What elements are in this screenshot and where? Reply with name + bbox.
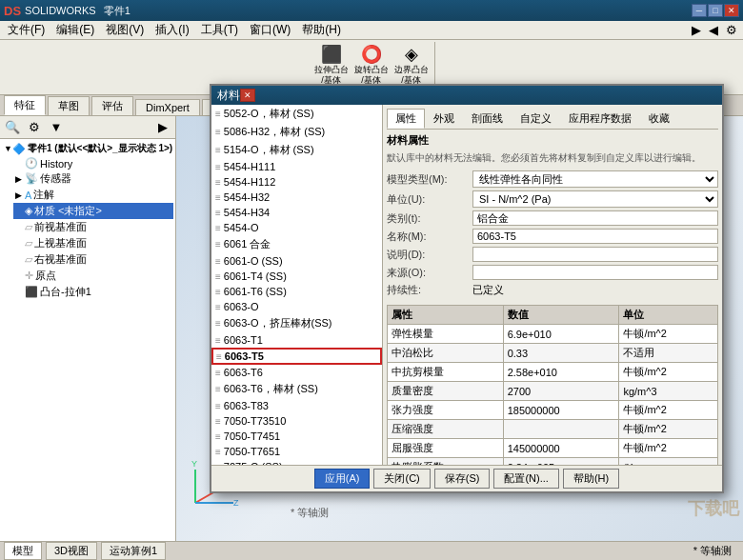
panel-search-btn[interactable]: 🔍 [2, 118, 23, 137]
props-description: 默认库中的材料无法编辑。您必须首先将材料复制到自定义库以进行编辑。 [387, 151, 718, 165]
menu-window[interactable]: 窗口(W) [244, 20, 296, 40]
dialog-tab-favorites[interactable]: 收藏 [640, 109, 678, 129]
tb-pull-boss[interactable]: ⬛ 拉伸凸台/基体 [312, 42, 351, 88]
bottom-tab-model[interactable]: 模型 [4, 542, 42, 560]
mat-icon: ≡ [215, 177, 221, 188]
boundary-boss-icon: ◈ [405, 44, 418, 65]
tree-annotations[interactable]: ▶ A 注解 [13, 187, 173, 203]
panel-arrow-right[interactable]: ▶ [152, 118, 173, 137]
mat-item-6063t5[interactable]: ≡ 6063-T5 [211, 348, 382, 365]
desc-input[interactable] [472, 247, 718, 262]
mat-item-6061alloy[interactable]: ≡ 6061 合金 [211, 235, 382, 253]
mat-item-5052[interactable]: ≡ 5052-O，棒材 (SS) [211, 105, 382, 123]
dialog-tab-hatching[interactable]: 剖面线 [463, 109, 512, 129]
menu-insert[interactable]: 插入(I) [150, 20, 194, 40]
panel-config-btn[interactable]: ⚙ [24, 118, 45, 137]
mat-item-5454h34[interactable]: ≡ 5454-H34 [211, 205, 382, 220]
close-button[interactable]: 关闭(C) [373, 469, 430, 489]
col-unit: 单位 [619, 306, 718, 325]
tree-boss-extrude1[interactable]: ⬛ 凸台-拉伸1 [13, 284, 173, 300]
dialog-tab-appearance[interactable]: 外观 [425, 109, 463, 129]
mat-item-7050t7651[interactable]: ≡ 7050-T7651 [211, 444, 382, 459]
tree-right-plane[interactable]: ▱ 右视基准面 [13, 251, 173, 268]
config-button[interactable]: 配置(N)... [493, 469, 558, 489]
tb-rotate-boss[interactable]: ⭕ 旋转凸台/基体 [352, 42, 391, 88]
prop-row-model-type: 模型类型(M): 线性弹性各向同性 [387, 170, 718, 188]
title-text: 零件1 [104, 4, 692, 18]
win-close-button[interactable]: ✕ [724, 4, 739, 17]
table-row: 压缩强度 牛顿/m^2 [388, 420, 718, 439]
panel-filter-btn[interactable]: ▼ [46, 118, 67, 137]
table-row: 质量密度 2700 kg/m^3 [388, 382, 718, 401]
mat-item-6061t4[interactable]: ≡ 6061-T4 (SS) [211, 269, 382, 284]
win-min-button[interactable]: ─ [692, 4, 707, 17]
window-controls: ─ □ ✕ [692, 4, 739, 17]
menu-tools[interactable]: 工具(T) [195, 20, 244, 40]
toolbar-icon-1[interactable]: ▶ [688, 23, 705, 37]
unit-select[interactable]: SI - N/m^2 (Pa) [472, 190, 718, 208]
mat-label: 7050-T7451 [224, 430, 280, 442]
tree-top-plane[interactable]: ▱ 上视基准面 [13, 235, 173, 251]
mat-item-6063t83[interactable]: ≡ 6063-T83 [211, 398, 382, 413]
save-button[interactable]: 保存(S) [434, 469, 491, 489]
menu-edit[interactable]: 编辑(E) [50, 20, 100, 40]
mat-item-6063t6-rod[interactable]: ≡ 6063-T6，棒材 (SS) [211, 380, 382, 398]
menu-view[interactable]: 视图(V) [100, 20, 150, 40]
tb-boundary-boss[interactable]: ◈ 边界凸台/基体 [392, 42, 431, 88]
mat-item-6063t1[interactable]: ≡ 6063-T1 [211, 332, 382, 348]
tree-sensors[interactable]: ▶ 📡 传感器 [13, 170, 173, 187]
front-plane-icon: ▱ [25, 221, 32, 233]
mat-item-6061t6[interactable]: ≡ 6061-T6 (SS) [211, 284, 382, 299]
mat-item-5454h111[interactable]: ≡ 5454-H111 [211, 159, 382, 174]
prop-row-name: 名称(M): [387, 229, 718, 244]
dialog-tab-props[interactable]: 属性 [387, 109, 425, 129]
mat-item-7050t7451[interactable]: ≡ 7050-T7451 [211, 429, 382, 444]
tab-feature[interactable]: 特征 [4, 95, 46, 115]
model-type-select[interactable]: 线性弹性各向同性 [472, 170, 718, 188]
mat-item-6063o[interactable]: ≡ 6063-O [211, 299, 382, 314]
source-input[interactable] [472, 265, 718, 280]
mat-item-6063t6[interactable]: ≡ 6063-T6 [211, 365, 382, 380]
mat-label: 6063-T1 [224, 334, 263, 346]
name-input[interactable] [472, 229, 718, 244]
mat-item-5086[interactable]: ≡ 5086-H32，棒材 (SS) [211, 123, 382, 141]
pull-boss-label: 拉伸凸台/基体 [314, 65, 349, 86]
tree-history[interactable]: 🕐 History [13, 156, 173, 170]
bottom-tab-motion[interactable]: 运动算例1 [101, 542, 166, 560]
help-button[interactable]: 帮助(H) [563, 469, 619, 489]
apply-button[interactable]: 应用(A) [314, 469, 371, 489]
svg-text:Z: Z [233, 498, 239, 508]
mat-label: 6061-T6 (SS) [224, 286, 287, 297]
menu-file[interactable]: 文件(F) [2, 20, 50, 40]
toolbar-icon-3[interactable]: ⚙ [722, 23, 741, 37]
mat-item-6061o[interactable]: ≡ 6061-O (SS) [211, 253, 382, 269]
mat-item-7050t73510[interactable]: ≡ 7050-T73510 [211, 413, 382, 429]
category-input[interactable] [472, 210, 718, 226]
tab-sketch[interactable]: 草图 [48, 96, 90, 115]
tree-origin[interactable]: ✛ 原点 [13, 268, 173, 284]
tab-evaluate[interactable]: 评估 [91, 96, 133, 115]
dialog-close-button[interactable]: ✕ [240, 89, 255, 102]
source-label: 来源(O): [387, 266, 472, 280]
tree-root[interactable]: ▼ 🔷 零件1 (默认<<默认>_显示状态 1>) [2, 141, 173, 156]
win-max-button[interactable]: □ [708, 4, 723, 17]
menu-help[interactable]: 帮助(H) [296, 20, 347, 40]
bottom-tab-3dview[interactable]: 3D视图 [46, 542, 97, 560]
dialog-tab-appdata[interactable]: 应用程序数据 [560, 109, 640, 129]
mat-item-5454h32[interactable]: ≡ 5454-H32 [211, 190, 382, 205]
tab-dimxpert[interactable]: DimXpert [135, 99, 200, 115]
material-list: ≡ 5052-O，棒材 (SS) ≡ 5086-H32，棒材 (SS) ≡ 51… [211, 105, 383, 465]
mat-icon: ≡ [215, 256, 221, 267]
tree-material[interactable]: ◈ 材质 <未指定> [13, 203, 173, 219]
mat-item-5454o[interactable]: ≡ 5454-O [211, 220, 382, 235]
mat-item-5454h112[interactable]: ≡ 5454-H112 [211, 174, 382, 190]
mat-item-5154[interactable]: ≡ 5154-O，棒材 (SS) [211, 141, 382, 159]
desc-label: 说明(D): [387, 248, 472, 262]
dialog-tab-custom[interactable]: 自定义 [512, 109, 560, 129]
mat-item-6063o-extrude[interactable]: ≡ 6063-O，挤压棒材(SS) [211, 314, 382, 332]
mat-icon: ≡ [215, 192, 221, 203]
mat-icon: ≡ [215, 287, 221, 297]
tree-front-plane[interactable]: ▱ 前视基准面 [13, 219, 173, 235]
mat-label: 5454-H34 [224, 207, 270, 218]
toolbar-icon-2[interactable]: ◀ [705, 23, 722, 37]
